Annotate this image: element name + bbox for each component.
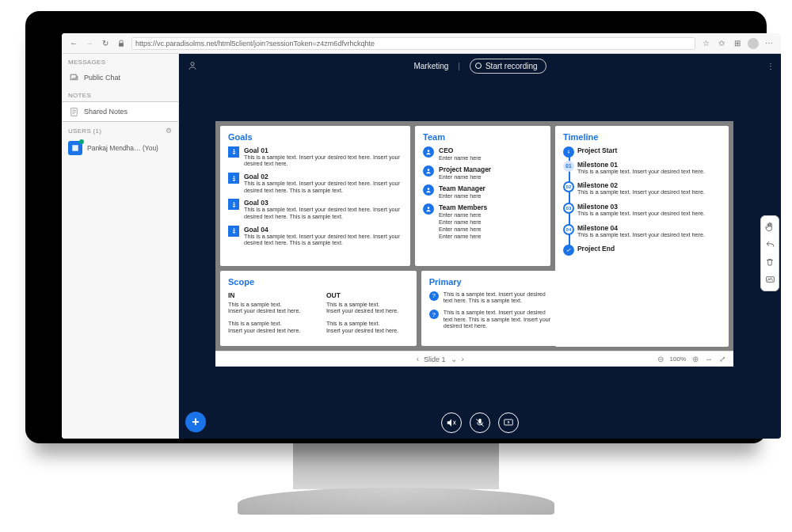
timeline-node-icon: 04 [563, 224, 574, 235]
team-item: Team Members Enter name hereEnter name h… [423, 203, 543, 240]
card-primary: Primary ? This is a sample text. Insert … [421, 271, 561, 347]
goal-item: Goal 04 This is a sample text. Insert yo… [228, 226, 402, 247]
timeline-node-icon: 01 [563, 161, 574, 172]
svg-point-2 [191, 63, 194, 66]
scope-in-text: This is a sample text.Insert your desire… [228, 321, 310, 334]
session-title: Marketing [413, 62, 448, 70]
collections-icon[interactable]: ⊞ [732, 38, 743, 49]
sidebar-item-label: Public Chat [84, 74, 120, 82]
scope-out-text: This is a sample text.Insert your desire… [326, 321, 409, 334]
add-button[interactable]: + [185, 412, 206, 432]
slide-footer: ‹ Slide 1 ⌄ › ⊖ 100% ⊕ ↔ ⤢ [215, 351, 733, 367]
slide-dropdown-icon[interactable]: ⌄ [451, 355, 457, 363]
slide-indicator: Slide 1 [424, 355, 446, 363]
timeline-item: 03 Milestone 03 This is a sample text. I… [577, 203, 721, 218]
sidebar: MESSAGES Public Chat NOTES Shared Notes … [62, 54, 179, 439]
svg-point-5 [428, 188, 430, 190]
question-icon: ? [429, 310, 439, 319]
undo-icon[interactable] [762, 236, 778, 253]
browser-menu-icon[interactable]: ⋯ [763, 38, 775, 49]
sidebar-item-shared-notes[interactable]: Shared Notes [62, 101, 178, 122]
nav-back-icon[interactable]: ← [68, 38, 79, 49]
timeline-title: Project End [577, 245, 721, 253]
scope-in-header: IN [228, 291, 310, 299]
mute-mic-button[interactable] [470, 412, 490, 433]
timeline-node-icon [563, 146, 574, 158]
slide: Goals Goal 01 This is a sample text. Ins… [215, 121, 733, 352]
slide-prev-icon[interactable]: ‹ [417, 355, 419, 363]
fit-width-icon[interactable]: ↔ [705, 355, 713, 363]
goal-icon [228, 199, 239, 210]
team-item: Project Manager Enter name here [423, 165, 543, 180]
timeline-item: Project Start [577, 146, 721, 154]
slide-next-icon[interactable]: › [462, 355, 464, 363]
favorites-icon[interactable]: ✩ [716, 38, 727, 49]
timeline-item: 02 Milestone 02 This is a sample text. I… [577, 181, 721, 196]
nav-forward-icon[interactable]: → [84, 38, 95, 49]
person-icon [423, 203, 434, 215]
card-title: Goals [228, 132, 402, 142]
topbar: Marketing | Start recording ⋮ [179, 54, 781, 78]
scope-out-header: OUT [326, 291, 409, 299]
mute-audio-button[interactable] [441, 412, 462, 433]
record-icon [475, 63, 482, 69]
trash-icon[interactable] [762, 253, 778, 271]
primary-item: ? This is a sample text. Insert your des… [429, 310, 553, 330]
monitor-neck [293, 442, 499, 489]
team-desc: Enter name here [439, 192, 485, 200]
card-title: Scope [228, 277, 409, 287]
zoom-in-icon[interactable]: ⊕ [692, 355, 699, 363]
url-field[interactable]: https://vc.paradisolms.net/html5client/j… [131, 37, 695, 50]
lock-icon [116, 38, 127, 49]
goal-desc: This is a sample text. Insert your desir… [244, 234, 402, 247]
sidebar-item-public-chat[interactable]: Public Chat [62, 68, 178, 87]
goal-icon [228, 146, 239, 158]
app: MESSAGES Public Chat NOTES Shared Notes … [62, 54, 781, 439]
user-icon[interactable] [187, 60, 198, 71]
zoom-out-icon[interactable]: ⊖ [657, 355, 664, 363]
team-desc: Enter name here [439, 173, 491, 180]
star-icon[interactable]: ☆ [700, 38, 711, 49]
team-item: CEO Enter name here [423, 146, 543, 162]
svg-point-3 [428, 150, 430, 152]
user-list-item[interactable]: Pankaj Mendha… (You) [62, 137, 178, 159]
goal-item: Goal 03 This is a sample text. Insert yo… [228, 199, 402, 220]
team-desc: Enter name here [439, 154, 482, 162]
scope-out-text: This is a sample text.Insert your desire… [326, 302, 409, 315]
team-item: Team Manager Enter name here [423, 184, 543, 200]
fullscreen-icon[interactable]: ⤢ [719, 355, 725, 363]
primary-desc: This is a sample text. Insert your desir… [444, 291, 553, 305]
chat-icon [68, 72, 79, 83]
goal-icon [228, 226, 239, 237]
svg-point-4 [428, 169, 430, 171]
more-menu-icon[interactable]: ⋮ [767, 62, 775, 70]
primary-item: ? This is a sample text. Insert your des… [429, 291, 553, 305]
gear-icon[interactable]: ⚙ [166, 127, 172, 135]
sidebar-item-label: Shared Notes [84, 108, 128, 116]
primary-desc: This is a sample text. Insert your desir… [444, 310, 553, 330]
svg-rect-1 [72, 145, 78, 151]
card-title: Team [423, 132, 543, 142]
scope-in-text: This is a sample text.Insert your desire… [228, 302, 310, 315]
notes-icon [68, 106, 79, 117]
screen: ← → ↻ https://vc.paradisolms.net/html5cl… [62, 33, 781, 439]
person-icon [423, 165, 434, 177]
team-role: Project Manager [439, 165, 491, 173]
nav-reload-icon[interactable]: ↻ [100, 38, 111, 49]
sidebar-header-users: USERS (1) ⚙ [62, 122, 178, 137]
timeline-node-icon [563, 245, 574, 256]
start-recording-button[interactable]: Start recording [470, 59, 546, 74]
annotate-icon[interactable] [762, 271, 778, 288]
svg-point-6 [428, 207, 430, 209]
sidebar-header-messages: MESSAGES [62, 54, 178, 68]
record-label: Start recording [485, 62, 538, 70]
team-desc: Enter name hereEnter name hereEnter name… [439, 211, 487, 240]
timeline-desc: This is a sample text. Insert your desir… [577, 232, 721, 239]
hand-tool-icon[interactable] [762, 218, 778, 236]
profile-icon[interactable] [748, 38, 759, 49]
goal-item: Goal 01 This is a sample text. Insert yo… [228, 146, 402, 168]
person-icon [423, 146, 434, 158]
user-name-label: Pankaj Mendha… (You) [87, 144, 158, 152]
share-screen-button[interactable] [498, 412, 519, 433]
goal-desc: This is a sample text. Insert your desir… [244, 180, 402, 194]
